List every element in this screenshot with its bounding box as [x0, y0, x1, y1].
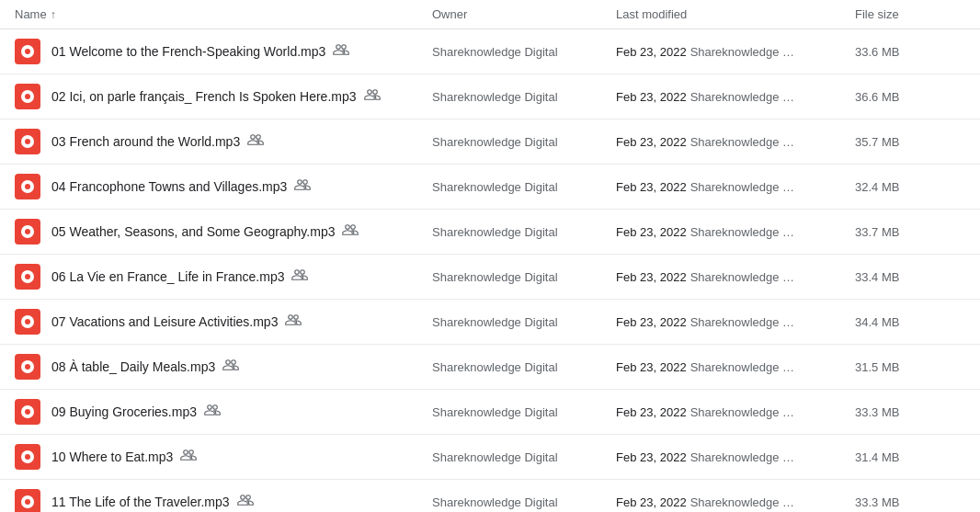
table-row[interactable]: 05 Weather, Seasons, and Some Geography.…: [0, 210, 980, 255]
table-row[interactable]: 11 The Life of the Traveler.mp3 Sharekno…: [0, 480, 980, 512]
file-modified-owner: Shareknowledge …: [690, 135, 794, 149]
mp3-icon: [15, 354, 40, 380]
file-modified: Feb 23, 2022 Shareknowledge …: [616, 360, 855, 374]
table-row[interactable]: 03 French around the World.mp3 Shareknow…: [0, 119, 980, 165]
file-modified: Feb 23, 2022 Shareknowledge …: [616, 90, 855, 104]
file-name-label: 09 Buying Groceries.mp3: [51, 404, 197, 419]
file-name-label: 07 Vacations and Leisure Activities.mp3: [51, 314, 278, 329]
shared-icon: [364, 86, 381, 107]
file-owner: Shareknowledge Digital: [432, 495, 616, 509]
file-name-cell: 09 Buying Groceries.mp3: [15, 399, 432, 425]
header-name[interactable]: Name ↑: [15, 7, 432, 21]
table-row[interactable]: 09 Buying Groceries.mp3 Shareknowledge D…: [0, 390, 980, 435]
mp3-icon: [15, 39, 40, 64]
file-modified: Feb 23, 2022 Shareknowledge …: [616, 495, 855, 509]
table-row[interactable]: 08 À table_ Daily Meals.mp3 Shareknowled…: [0, 345, 980, 390]
file-name-cell: 05 Weather, Seasons, and Some Geography.…: [15, 219, 432, 245]
file-modified-owner: Shareknowledge …: [690, 45, 794, 59]
file-owner: Shareknowledge Digital: [432, 135, 616, 149]
header-modified[interactable]: Last modified: [616, 7, 855, 21]
table-row[interactable]: 07 Vacations and Leisure Activities.mp3 …: [0, 300, 980, 345]
file-name-cell: 06 La Vie en France_ Life in France.mp3: [15, 264, 432, 290]
header-owner[interactable]: Owner: [432, 7, 616, 21]
file-size: 33.6 MB: [855, 45, 965, 59]
file-modified-owner: Shareknowledge …: [690, 360, 794, 374]
file-owner: Shareknowledge Digital: [432, 90, 616, 104]
mp3-icon: [15, 174, 40, 199]
table-row[interactable]: 06 La Vie en France_ Life in France.mp3 …: [0, 255, 980, 300]
table-row[interactable]: 02 Ici, on parle français_ French Is Spo…: [0, 74, 980, 119]
file-modified-owner: Shareknowledge …: [690, 90, 794, 104]
table-header: Name ↑ Owner Last modified File size: [0, 0, 980, 29]
shared-icon: [237, 492, 254, 512]
file-owner: Shareknowledge Digital: [432, 450, 616, 464]
shared-icon: [333, 41, 349, 62]
file-size: 35.7 MB: [855, 135, 965, 149]
file-name-label: 02 Ici, on parle français_ French Is Spo…: [51, 89, 357, 104]
file-size: 36.6 MB: [855, 90, 965, 104]
file-modified-date: Feb 23, 2022: [616, 225, 687, 239]
file-size: 33.7 MB: [855, 225, 965, 239]
file-list: Name ↑ Owner Last modified File size 01 …: [0, 0, 980, 512]
mp3-icon: [15, 84, 40, 109]
file-name-label: 11 The Life of the Traveler.mp3: [51, 495, 230, 509]
file-modified-owner: Shareknowledge …: [690, 495, 794, 509]
file-name-text: 10 Where to Eat.mp3: [51, 447, 197, 467]
mp3-icon: [15, 129, 40, 154]
file-modified-owner: Shareknowledge …: [690, 315, 794, 329]
file-modified: Feb 23, 2022 Shareknowledge …: [616, 225, 855, 239]
file-modified-owner: Shareknowledge …: [690, 270, 794, 284]
file-name-text: 01 Welcome to the French-Speaking World.…: [51, 41, 349, 62]
shared-icon: [204, 402, 221, 422]
file-modified-owner: Shareknowledge …: [690, 405, 794, 419]
file-name-label: 03 French around the World.mp3: [51, 134, 240, 149]
file-name-text: 04 Francophone Towns and Villages.mp3: [51, 176, 311, 197]
file-name-label: 04 Francophone Towns and Villages.mp3: [51, 179, 287, 194]
shared-icon: [291, 267, 308, 287]
mp3-icon: [15, 264, 40, 290]
file-name-label: 10 Where to Eat.mp3: [51, 449, 173, 464]
file-modified-owner: Shareknowledge …: [690, 450, 794, 464]
header-size[interactable]: File size: [855, 7, 965, 21]
file-name-text: 11 The Life of the Traveler.mp3: [51, 492, 254, 512]
file-name-cell: 02 Ici, on parle français_ French Is Spo…: [15, 84, 432, 109]
table-row[interactable]: 10 Where to Eat.mp3 Shareknowledge Digit…: [0, 435, 980, 480]
file-modified-date: Feb 23, 2022: [616, 90, 687, 104]
file-modified: Feb 23, 2022 Shareknowledge …: [616, 180, 855, 194]
file-owner: Shareknowledge Digital: [432, 270, 616, 284]
file-modified: Feb 23, 2022 Shareknowledge …: [616, 450, 855, 464]
file-name-label: 01 Welcome to the French-Speaking World.…: [51, 44, 325, 59]
file-name-label: 08 À table_ Daily Meals.mp3: [51, 359, 215, 374]
file-size: 33.3 MB: [855, 405, 965, 419]
file-modified-date: Feb 23, 2022: [616, 270, 687, 284]
file-name-label: 05 Weather, Seasons, and Some Geography.…: [51, 224, 335, 239]
file-modified-owner: Shareknowledge …: [690, 225, 794, 239]
header-name-label: Name: [15, 7, 47, 21]
mp3-icon: [15, 444, 40, 470]
table-row[interactable]: 01 Welcome to the French-Speaking World.…: [0, 29, 980, 74]
file-modified-date: Feb 23, 2022: [616, 315, 687, 329]
file-name-cell: 08 À table_ Daily Meals.mp3: [15, 354, 432, 380]
file-modified-date: Feb 23, 2022: [616, 45, 687, 59]
shared-icon: [247, 131, 264, 152]
file-modified-date: Feb 23, 2022: [616, 180, 687, 194]
file-name-text: 02 Ici, on parle français_ French Is Spo…: [51, 86, 381, 107]
shared-icon: [285, 312, 302, 332]
file-owner: Shareknowledge Digital: [432, 360, 616, 374]
file-name-text: 03 French around the World.mp3: [51, 131, 264, 152]
file-modified-date: Feb 23, 2022: [616, 495, 687, 509]
file-modified-date: Feb 23, 2022: [616, 405, 687, 419]
file-size: 33.4 MB: [855, 270, 965, 284]
file-modified: Feb 23, 2022 Shareknowledge …: [616, 315, 855, 329]
mp3-icon: [15, 219, 40, 245]
file-size: 33.3 MB: [855, 495, 965, 509]
file-size: 34.4 MB: [855, 315, 965, 329]
shared-icon: [180, 447, 197, 467]
file-owner: Shareknowledge Digital: [432, 315, 616, 329]
file-owner: Shareknowledge Digital: [432, 405, 616, 419]
shared-icon: [342, 222, 359, 242]
table-row[interactable]: 04 Francophone Towns and Villages.mp3 Sh…: [0, 165, 980, 210]
file-name-cell: 11 The Life of the Traveler.mp3: [15, 489, 432, 512]
file-size: 32.4 MB: [855, 180, 965, 194]
file-modified-date: Feb 23, 2022: [616, 450, 687, 464]
